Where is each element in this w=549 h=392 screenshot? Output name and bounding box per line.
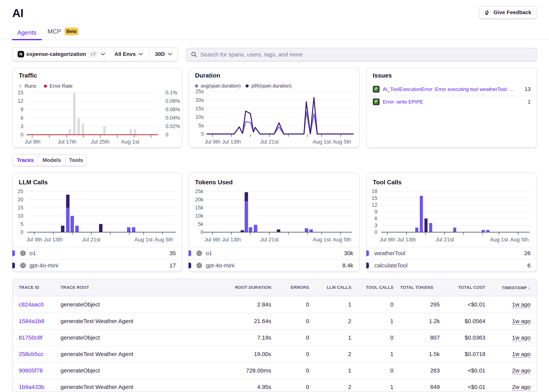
svg-text:0: 0: [374, 229, 377, 235]
svg-text:5k: 5k: [198, 221, 203, 227]
svg-text:3: 3: [374, 223, 377, 228]
svg-text:Aug 1st: Aug 1st: [121, 139, 139, 145]
svg-text:0.04%: 0.04%: [165, 115, 180, 121]
svg-text:Jul 13th: Jul 13th: [222, 139, 241, 145]
svg-text:Jul 13th: Jul 13th: [397, 237, 416, 243]
svg-text:25: 25: [18, 189, 23, 194]
svg-text:Jul 13th: Jul 13th: [44, 237, 63, 243]
svg-text:Aug 5th: Aug 5th: [333, 237, 351, 243]
svg-text:Jul 9th: Jul 9th: [25, 139, 41, 145]
svg-text:15: 15: [372, 195, 377, 201]
svg-text:9: 9: [21, 107, 23, 112]
svg-text:18: 18: [372, 188, 377, 194]
svg-text:Jul 9th: Jul 9th: [380, 237, 396, 243]
svg-text:15k: 15k: [195, 205, 203, 210]
svg-text:Aug 5th: Aug 5th: [510, 237, 529, 243]
svg-text:0: 0: [165, 132, 168, 138]
svg-text:Jul 21st: Jul 21st: [435, 237, 454, 243]
svg-text:10: 10: [18, 213, 23, 219]
svg-text:Aug 1st: Aug 1st: [313, 237, 331, 243]
svg-text:Jul 21st: Jul 21st: [82, 237, 100, 243]
svg-text:Aug 5th: Aug 5th: [333, 139, 351, 145]
svg-text:10k: 10k: [195, 213, 203, 219]
svg-text:Jul 9th: Jul 9th: [205, 237, 221, 243]
svg-text:9: 9: [374, 209, 377, 215]
svg-text:0: 0: [200, 229, 203, 235]
svg-text:Jul 9th: Jul 9th: [205, 139, 221, 145]
svg-text:0: 0: [21, 229, 23, 235]
svg-text:20k: 20k: [195, 197, 203, 203]
svg-text:15s: 15s: [195, 106, 204, 112]
svg-text:10s: 10s: [195, 114, 204, 120]
svg-text:0.06%: 0.06%: [165, 107, 180, 112]
svg-text:3: 3: [21, 123, 23, 129]
svg-text:15: 15: [18, 90, 23, 96]
svg-text:Jul 9th: Jul 9th: [26, 237, 42, 243]
svg-text:Aug 5th: Aug 5th: [155, 237, 173, 243]
svg-text:0: 0: [21, 132, 23, 138]
svg-text:Jul 13th: Jul 13th: [222, 237, 241, 243]
svg-text:0.1%: 0.1%: [165, 90, 177, 96]
svg-text:20s: 20s: [195, 97, 204, 103]
svg-text:15: 15: [18, 205, 23, 210]
svg-text:6: 6: [374, 216, 377, 221]
svg-text:5: 5: [21, 221, 23, 227]
svg-text:20: 20: [18, 197, 23, 203]
svg-text:25k: 25k: [195, 189, 203, 194]
svg-text:0.08%: 0.08%: [165, 98, 180, 104]
svg-text:Aug 1st: Aug 1st: [313, 139, 331, 145]
svg-text:Jul 21st: Jul 21st: [260, 237, 279, 243]
svg-text:0.02%: 0.02%: [165, 123, 180, 129]
svg-text:25s: 25s: [195, 89, 204, 94]
svg-text:Jul 21st: Jul 21st: [260, 139, 279, 145]
svg-text:12: 12: [18, 98, 23, 104]
svg-text:Aug 1st: Aug 1st: [135, 237, 153, 243]
svg-text:Jul 17th: Jul 17th: [58, 139, 76, 145]
svg-text:Aug 1st: Aug 1st: [490, 237, 508, 243]
svg-text:12: 12: [372, 202, 377, 208]
svg-text:Jul 25th: Jul 25th: [91, 139, 110, 145]
svg-text:6: 6: [21, 115, 23, 121]
svg-text:5s: 5s: [198, 123, 204, 128]
svg-text:0: 0: [201, 131, 204, 137]
